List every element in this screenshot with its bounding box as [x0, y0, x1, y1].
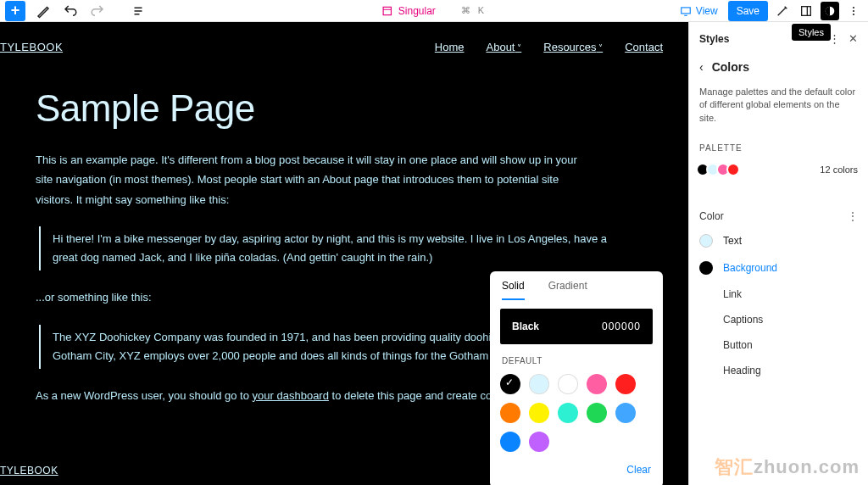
nav-contact[interactable]: Contact	[625, 41, 663, 53]
view-button[interactable]: View	[675, 2, 723, 20]
template-label: Singular	[398, 5, 436, 17]
styles-icon[interactable]	[821, 2, 839, 20]
styles-panel: Styles 👁 ⋮ ✕ ‹ Colors Manage palettes an…	[688, 22, 868, 485]
svg-point-6	[853, 13, 854, 14]
palette-count: 12 colors	[820, 164, 858, 175]
redo-icon[interactable]	[88, 2, 107, 20]
toolbar-left: +	[5, 1, 147, 21]
element-captions[interactable]: Captions	[699, 307, 858, 332]
selected-color-field[interactable]: Black 000000	[500, 309, 653, 344]
palette-row[interactable]: 12 colors	[699, 163, 858, 176]
swatch-pink[interactable]	[587, 374, 607, 394]
toolbar-center: Singular ⌘ K	[381, 5, 487, 17]
site-header: TYLEBOOK Home About Resources Contact	[0, 22, 688, 53]
element-background[interactable]: Background	[699, 254, 858, 282]
nav-about[interactable]: About	[487, 41, 522, 53]
save-button[interactable]: Save	[728, 1, 768, 21]
swatch-blue[interactable]	[500, 432, 520, 452]
command-hint: ⌘ K	[461, 5, 487, 16]
swatch-cyan[interactable]	[558, 403, 578, 423]
swatch-lightblue[interactable]	[529, 374, 549, 394]
color-section-label: Color	[699, 210, 724, 222]
element-button[interactable]: Button	[699, 332, 858, 358]
svg-point-5	[853, 9, 854, 11]
selected-color-name: Black	[512, 321, 539, 332]
swatch-red[interactable]	[615, 374, 636, 394]
default-label: DEFAULT	[490, 353, 663, 371]
swatch-purple[interactable]	[529, 432, 549, 452]
swatch-icon	[699, 234, 713, 248]
element-link[interactable]: Link	[699, 282, 858, 307]
nav-resources[interactable]: Resources	[543, 41, 603, 53]
undo-icon[interactable]	[61, 2, 80, 20]
swatch-grid	[490, 371, 663, 459]
top-toolbar: + Singular ⌘ K View Save	[0, 0, 868, 22]
swatch-orange[interactable]	[500, 403, 520, 423]
breadcrumb-label: Colors	[712, 60, 749, 74]
swatch-sky[interactable]	[615, 403, 636, 423]
list-view-icon[interactable]	[129, 2, 147, 20]
settings-icon[interactable]	[773, 2, 792, 20]
site-title[interactable]: TYLEBOOK	[0, 41, 63, 53]
swatch-green[interactable]	[587, 403, 607, 423]
panel-description: Manage palettes and the default color of…	[699, 86, 858, 125]
nav-home[interactable]: Home	[435, 41, 465, 53]
template-icon	[381, 5, 393, 17]
palette-section-label: PALETTE	[699, 143, 858, 153]
back-icon[interactable]: ‹	[699, 60, 704, 74]
paragraph-1[interactable]: This is an example page. It's different …	[0, 150, 627, 226]
desktop-icon	[680, 5, 692, 17]
element-heading[interactable]: Heading	[699, 358, 858, 383]
palette-preview	[699, 163, 740, 176]
svg-rect-0	[383, 7, 391, 14]
color-elements-list: Text Background Link Captions Button Hea…	[699, 227, 858, 383]
add-block-button[interactable]: +	[5, 1, 25, 21]
clear-button[interactable]: Clear	[626, 464, 651, 476]
nav-links: Home About Resources Contact	[435, 41, 663, 53]
edit-icon[interactable]	[34, 2, 53, 20]
swatch-yellow[interactable]	[529, 403, 549, 423]
dashboard-link[interactable]: your dashboard	[253, 389, 329, 402]
selected-color-hex: 000000	[602, 321, 641, 332]
swatch-black[interactable]	[500, 374, 520, 394]
more-icon[interactable]	[844, 2, 863, 20]
picker-tabs: Solid Gradient	[490, 271, 663, 300]
swatch-empty[interactable]	[558, 374, 578, 394]
svg-rect-2	[802, 6, 811, 15]
svg-rect-1	[682, 7, 691, 13]
tab-solid[interactable]: Solid	[502, 280, 525, 300]
panel-title: Styles	[699, 33, 729, 45]
template-indicator[interactable]: Singular	[381, 5, 436, 17]
swatch-icon	[699, 261, 713, 275]
toolbar-right: View Save	[675, 1, 863, 21]
footer-site-title[interactable]: TYLEBOOK	[0, 465, 58, 477]
svg-point-4	[853, 6, 854, 8]
color-section-more-icon[interactable]: ⋮	[848, 210, 858, 222]
quote-1[interactable]: Hi there! I'm a bike messenger by day, a…	[39, 226, 632, 270]
panel-breadcrumb: ‹ Colors	[699, 60, 858, 74]
styles-tooltip: Styles	[792, 24, 831, 41]
tab-gradient[interactable]: Gradient	[548, 280, 587, 300]
sidebar-toggle-icon[interactable]	[797, 2, 815, 20]
page-title[interactable]: Sample Page	[0, 53, 688, 150]
close-panel-icon[interactable]: ✕	[849, 32, 858, 45]
color-picker-popover: Solid Gradient Black 000000 DEFAULT Clea…	[490, 271, 663, 485]
element-text[interactable]: Text	[699, 227, 858, 254]
